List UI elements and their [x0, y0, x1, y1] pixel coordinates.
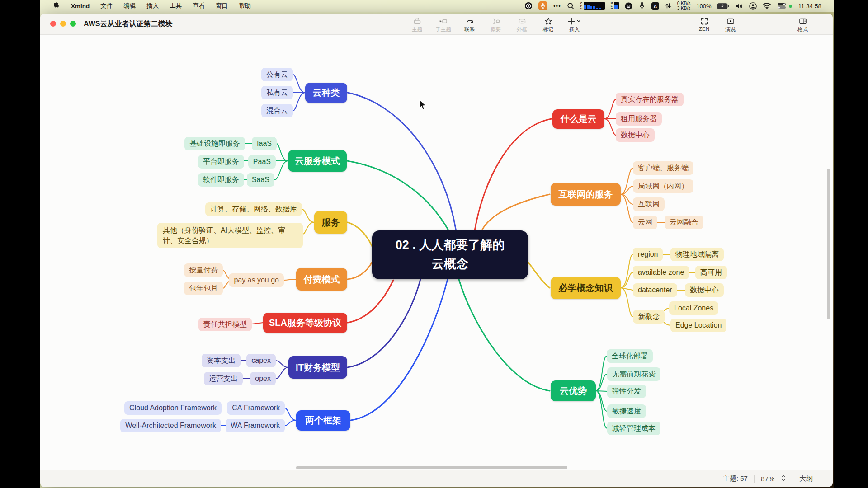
topic-iaas-full[interactable]: 基础设施即服务 — [184, 137, 245, 150]
topic-services-main[interactable]: 计算、存储、网络、数据库 — [205, 202, 302, 216]
topic-edge-location[interactable]: Edge Location — [670, 319, 726, 332]
zoom-stepper[interactable] — [781, 474, 786, 483]
toolbar-boundary-button[interactable]: 外框 — [509, 15, 535, 33]
topic-datacenter-full[interactable]: 数据中心 — [685, 283, 724, 297]
menu-item-tools[interactable]: 工具 — [170, 2, 182, 10]
topic-ca-framework-full[interactable]: Cloud Adoption Framework — [124, 401, 222, 415]
topic-hybrid-cloud[interactable]: 混合云 — [261, 104, 293, 117]
topic-new-concepts[interactable]: 新概念 — [633, 310, 665, 324]
menu-item-xmind[interactable]: Xmind — [71, 3, 90, 9]
toolbar-topic-button[interactable]: 主题 — [404, 15, 430, 33]
toolbar-insert-button[interactable]: 插入 — [561, 15, 587, 33]
menu-item-edit[interactable]: 编辑 — [123, 2, 136, 10]
topic-capex[interactable]: capex — [246, 354, 276, 367]
microphone-outline-icon[interactable] — [638, 2, 646, 10]
topic-internet-services[interactable]: 互联网的服务 — [551, 183, 621, 206]
topic-saas-full[interactable]: 软件即服务 — [198, 173, 244, 187]
topic-region[interactable]: region — [633, 248, 663, 261]
more-menu-extras-icon[interactable]: ••• — [553, 3, 561, 9]
topic-global-deployment[interactable]: 全球化部署 — [607, 349, 653, 363]
toolbar-zen-button[interactable]: ZEN — [691, 15, 717, 33]
mindmap-canvas[interactable]: 02 . 人人都要了解的 云概念 云种类 公有云 私有云 混合云 云服务模式 I… — [40, 14, 833, 487]
topic-saas[interactable]: SaaS — [247, 173, 274, 187]
topic-must-learn-concepts[interactable]: 必学概念知识 — [551, 277, 621, 299]
outline-toggle[interactable]: 大纲 — [799, 474, 813, 483]
topic-sla[interactable]: SLA服务等级协议 — [263, 313, 347, 333]
document-title: AWS云从业者认证第二模块 — [84, 19, 172, 29]
minimize-button[interactable] — [60, 21, 66, 27]
topic-rented-servers[interactable]: 租用服务器 — [616, 112, 662, 126]
active-microphone-icon[interactable] — [538, 1, 547, 10]
topic-service-models[interactable]: 云服务模式 — [288, 150, 347, 172]
close-button[interactable] — [50, 21, 56, 27]
topic-cloud-advantages[interactable]: 云优势 — [551, 380, 596, 401]
toolbar-marker-button[interactable]: 标记 — [535, 15, 561, 33]
topic-elastic-distribution[interactable]: 弹性分发 — [607, 385, 646, 398]
toolbar-subtopic-button[interactable]: 子主题 — [430, 15, 456, 33]
topic-services[interactable]: 服务 — [314, 211, 347, 234]
horizontal-scrollbar[interactable] — [296, 466, 567, 469]
topic-two-frameworks[interactable]: 两个框架 — [296, 410, 350, 431]
topic-datacenter-en[interactable]: datacenter — [633, 283, 677, 297]
menu-item-view[interactable]: 查看 — [193, 2, 205, 10]
topic-iaas[interactable]: IaaS — [252, 137, 277, 150]
topic-what-is-cloud[interactable]: 什么是云 — [552, 109, 604, 129]
topic-cloud-network[interactable]: 云网 — [633, 216, 657, 229]
volume-icon[interactable] — [735, 3, 743, 9]
topic-pay-as-you-go[interactable]: pay as you go — [229, 273, 284, 287]
topic-agility[interactable]: 敏捷速度 — [607, 404, 646, 418]
topic-paas-full[interactable]: 平台即服务 — [198, 155, 244, 169]
topic-cloud-network-fusion[interactable]: 云网融合 — [665, 216, 703, 229]
topic-ca-framework[interactable]: CA Framework — [227, 401, 285, 415]
topic-wa-framework[interactable]: WA Framework — [226, 419, 285, 432]
topic-pay-plan[interactable]: 包年包月 — [184, 282, 223, 295]
memory-widget[interactable]: MEM — [611, 2, 619, 10]
vertical-scrollbar[interactable] — [827, 169, 830, 319]
topic-datacenter-cn[interactable]: 数据中心 — [616, 128, 655, 142]
topic-shared-responsibility[interactable]: 责任共担模型 — [198, 318, 252, 331]
menu-item-file[interactable]: 文件 — [100, 2, 113, 10]
topic-private-cloud[interactable]: 私有云 — [261, 86, 293, 99]
toolbar-format-button[interactable]: 格式 — [790, 15, 816, 33]
battery-icon[interactable] — [717, 3, 729, 9]
topic-pay-model[interactable]: 付费模式 — [296, 268, 347, 291]
topic-paas[interactable]: PaaS — [248, 155, 276, 169]
topic-client-server[interactable]: 客户端、服务端 — [633, 161, 693, 175]
cpu-widget[interactable]: CPU — [580, 2, 605, 10]
topic-high-availability[interactable]: 高可用 — [695, 266, 727, 279]
topic-no-upfront-cost[interactable]: 无需前期花费 — [607, 367, 660, 381]
topic-services-other[interactable]: 其他（身份验证、AI大模型、监控、审计、安全合规） — [157, 223, 303, 248]
fullscreen-button[interactable] — [70, 21, 76, 27]
topic-internet[interactable]: 互联网 — [633, 197, 665, 211]
wifi-icon[interactable] — [763, 3, 771, 9]
menu-item-insert[interactable]: 插入 — [146, 2, 159, 10]
topic-opex-full[interactable]: 运营支出 — [204, 372, 243, 385]
menu-item-window[interactable]: 窗口 — [216, 2, 228, 10]
apple-logo-icon[interactable] — [53, 2, 60, 10]
topic-available-zone[interactable]: available zone — [633, 266, 689, 279]
topic-region-full[interactable]: 物理地域隔离 — [670, 248, 724, 261]
topic-cloud-types[interactable]: 云种类 — [305, 83, 347, 103]
topic-local-zones[interactable]: Local Zones — [669, 301, 718, 315]
topic-lan[interactable]: 局域网（内网） — [633, 179, 693, 193]
topic-opex[interactable]: opex — [250, 372, 276, 385]
topic-pay-usage[interactable]: 按量付费 — [184, 263, 223, 277]
topic-it-finance[interactable]: IT财务模型 — [288, 356, 347, 379]
toolbar-summary-button[interactable]: 概要 — [483, 15, 509, 33]
control-center-icon[interactable] — [777, 3, 786, 9]
user-account-icon[interactable] — [749, 2, 757, 10]
topic-less-management-cost[interactable]: 减轻管理成本 — [607, 422, 660, 435]
topic-public-cloud[interactable]: 公有云 — [261, 68, 293, 81]
menu-item-help[interactable]: 帮助 — [239, 2, 251, 10]
toolbar-relationship-button[interactable]: 联系 — [457, 15, 482, 33]
topic-real-servers[interactable]: 真实存在的服务器 — [616, 93, 684, 106]
screen-record-stop-icon[interactable] — [524, 2, 533, 10]
topic-wa-framework-full[interactable]: Well-Architected Framework — [120, 419, 221, 432]
topic-capex-full[interactable]: 资本支出 — [202, 354, 241, 367]
network-updown-icon[interactable] — [665, 2, 671, 9]
spotlight-search-icon[interactable] — [567, 2, 575, 10]
input-source-icon[interactable]: A — [651, 2, 659, 10]
toolbar-present-button[interactable]: 演说 — [717, 15, 743, 33]
smiley-app-icon[interactable] — [625, 2, 632, 10]
central-topic[interactable]: 02 . 人人都要了解的 云概念 — [372, 230, 528, 279]
